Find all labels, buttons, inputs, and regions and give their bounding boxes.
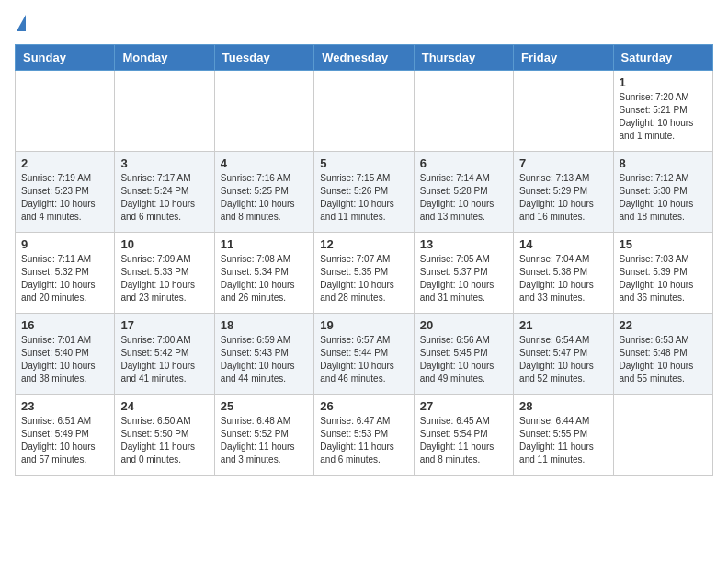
calendar-cell: 15Sunrise: 7:03 AM Sunset: 5:39 PM Dayli… [613,233,712,314]
calendar-cell: 26Sunrise: 6:47 AM Sunset: 5:53 PM Dayli… [314,395,414,476]
day-info: Sunrise: 6:54 AM Sunset: 5:47 PM Dayligh… [519,334,607,385]
calendar-week-row: 16Sunrise: 7:01 AM Sunset: 5:40 PM Dayli… [16,314,713,395]
day-number: 28 [519,399,607,413]
calendar-cell: 24Sunrise: 6:50 AM Sunset: 5:50 PM Dayli… [115,395,214,476]
day-number: 17 [120,318,208,332]
day-number: 18 [221,318,308,332]
day-info: Sunrise: 6:57 AM Sunset: 5:44 PM Dayligh… [320,334,407,385]
calendar-cell [214,71,313,152]
day-info: Sunrise: 7:01 AM Sunset: 5:40 PM Dayligh… [21,334,108,385]
calendar-cell: 6Sunrise: 7:14 AM Sunset: 5:28 PM Daylig… [414,152,513,233]
calendar-cell: 4Sunrise: 7:16 AM Sunset: 5:25 PM Daylig… [214,152,313,233]
day-info: Sunrise: 6:53 AM Sunset: 5:48 PM Dayligh… [620,334,707,385]
calendar-week-row: 2Sunrise: 7:19 AM Sunset: 5:23 PM Daylig… [16,152,713,233]
calendar-cell: 19Sunrise: 6:57 AM Sunset: 5:44 PM Dayli… [314,314,414,395]
day-info: Sunrise: 7:20 AM Sunset: 5:21 PM Dayligh… [620,91,707,143]
day-info: Sunrise: 7:17 AM Sunset: 5:24 PM Dayligh… [120,172,208,224]
day-info: Sunrise: 7:00 AM Sunset: 5:42 PM Dayligh… [120,334,208,385]
calendar-header-wednesday: Wednesday [314,45,414,71]
day-info: Sunrise: 6:56 AM Sunset: 5:45 PM Dayligh… [420,334,507,385]
day-number: 20 [420,318,507,332]
day-number: 8 [620,156,707,170]
day-info: Sunrise: 6:47 AM Sunset: 5:53 PM Dayligh… [320,415,407,466]
day-info: Sunrise: 7:12 AM Sunset: 5:30 PM Dayligh… [620,172,707,224]
calendar-header-monday: Monday [115,45,214,71]
day-number: 15 [620,237,707,251]
day-info: Sunrise: 7:16 AM Sunset: 5:25 PM Dayligh… [221,172,308,224]
day-number: 19 [320,318,407,332]
header [15,15,713,33]
page: SundayMondayTuesdayWednesdayThursdayFrid… [0,0,728,490]
calendar-cell: 7Sunrise: 7:13 AM Sunset: 5:29 PM Daylig… [514,152,613,233]
calendar-cell [314,71,414,152]
day-number: 7 [519,156,607,170]
day-number: 9 [21,237,108,251]
day-number: 10 [120,237,208,251]
calendar-cell: 21Sunrise: 6:54 AM Sunset: 5:47 PM Dayli… [514,314,613,395]
day-info: Sunrise: 7:15 AM Sunset: 5:26 PM Dayligh… [320,172,407,224]
calendar-cell: 13Sunrise: 7:05 AM Sunset: 5:37 PM Dayli… [414,233,513,314]
day-info: Sunrise: 6:51 AM Sunset: 5:49 PM Dayligh… [21,415,108,466]
calendar-cell: 3Sunrise: 7:17 AM Sunset: 5:24 PM Daylig… [115,152,214,233]
day-number: 26 [320,399,407,413]
day-number: 4 [221,156,308,170]
day-info: Sunrise: 6:59 AM Sunset: 5:43 PM Dayligh… [221,334,308,385]
calendar-cell [613,395,712,476]
day-info: Sunrise: 6:45 AM Sunset: 5:54 PM Dayligh… [420,415,507,466]
calendar-cell: 25Sunrise: 6:48 AM Sunset: 5:52 PM Dayli… [214,395,313,476]
calendar-cell [414,71,513,152]
calendar-header-saturday: Saturday [613,45,712,71]
day-info: Sunrise: 7:19 AM Sunset: 5:23 PM Dayligh… [21,172,108,224]
calendar-cell: 8Sunrise: 7:12 AM Sunset: 5:30 PM Daylig… [613,152,712,233]
calendar-header-thursday: Thursday [414,45,513,71]
calendar-cell [16,71,115,152]
day-info: Sunrise: 7:03 AM Sunset: 5:39 PM Dayligh… [620,253,707,304]
day-number: 25 [221,399,308,413]
day-number: 23 [21,399,108,413]
day-number: 22 [620,318,707,332]
day-number: 1 [620,75,707,89]
day-info: Sunrise: 6:50 AM Sunset: 5:50 PM Dayligh… [120,415,208,466]
calendar-cell: 20Sunrise: 6:56 AM Sunset: 5:45 PM Dayli… [414,314,513,395]
day-number: 14 [519,237,607,251]
calendar-cell [115,71,214,152]
calendar-cell: 16Sunrise: 7:01 AM Sunset: 5:40 PM Dayli… [16,314,115,395]
calendar-cell: 11Sunrise: 7:08 AM Sunset: 5:34 PM Dayli… [214,233,313,314]
day-info: Sunrise: 7:04 AM Sunset: 5:38 PM Dayligh… [519,253,607,304]
day-number: 24 [120,399,208,413]
day-number: 12 [320,237,407,251]
day-number: 13 [420,237,507,251]
calendar-cell: 9Sunrise: 7:11 AM Sunset: 5:32 PM Daylig… [16,233,115,314]
calendar-table: SundayMondayTuesdayWednesdayThursdayFrid… [15,44,713,476]
calendar-header-sunday: Sunday [16,45,115,71]
day-info: Sunrise: 6:48 AM Sunset: 5:52 PM Dayligh… [221,415,308,466]
calendar-cell: 5Sunrise: 7:15 AM Sunset: 5:26 PM Daylig… [314,152,414,233]
calendar-cell: 12Sunrise: 7:07 AM Sunset: 5:35 PM Dayli… [314,233,414,314]
calendar-cell: 14Sunrise: 7:04 AM Sunset: 5:38 PM Dayli… [514,233,613,314]
day-info: Sunrise: 7:08 AM Sunset: 5:34 PM Dayligh… [221,253,308,304]
logo-triangle-icon [17,15,26,31]
calendar-cell: 10Sunrise: 7:09 AM Sunset: 5:33 PM Dayli… [115,233,214,314]
day-info: Sunrise: 7:14 AM Sunset: 5:28 PM Dayligh… [420,172,507,224]
day-info: Sunrise: 7:11 AM Sunset: 5:32 PM Dayligh… [21,253,108,304]
calendar-cell: 18Sunrise: 6:59 AM Sunset: 5:43 PM Dayli… [214,314,313,395]
day-number: 6 [420,156,507,170]
calendar-cell: 27Sunrise: 6:45 AM Sunset: 5:54 PM Dayli… [414,395,513,476]
day-number: 11 [221,237,308,251]
day-number: 3 [120,156,208,170]
logo [15,15,26,33]
calendar-week-row: 1Sunrise: 7:20 AM Sunset: 5:21 PM Daylig… [16,71,713,152]
calendar-header-row: SundayMondayTuesdayWednesdayThursdayFrid… [16,45,713,71]
day-info: Sunrise: 7:09 AM Sunset: 5:33 PM Dayligh… [120,253,208,304]
day-number: 27 [420,399,507,413]
day-info: Sunrise: 7:07 AM Sunset: 5:35 PM Dayligh… [320,253,407,304]
calendar-cell: 1Sunrise: 7:20 AM Sunset: 5:21 PM Daylig… [613,71,712,152]
calendar-header-tuesday: Tuesday [214,45,313,71]
calendar-cell: 23Sunrise: 6:51 AM Sunset: 5:49 PM Dayli… [16,395,115,476]
day-info: Sunrise: 7:05 AM Sunset: 5:37 PM Dayligh… [420,253,507,304]
calendar-cell [514,71,613,152]
day-number: 21 [519,318,607,332]
calendar-cell: 22Sunrise: 6:53 AM Sunset: 5:48 PM Dayli… [613,314,712,395]
day-number: 2 [21,156,108,170]
calendar-header-friday: Friday [514,45,613,71]
